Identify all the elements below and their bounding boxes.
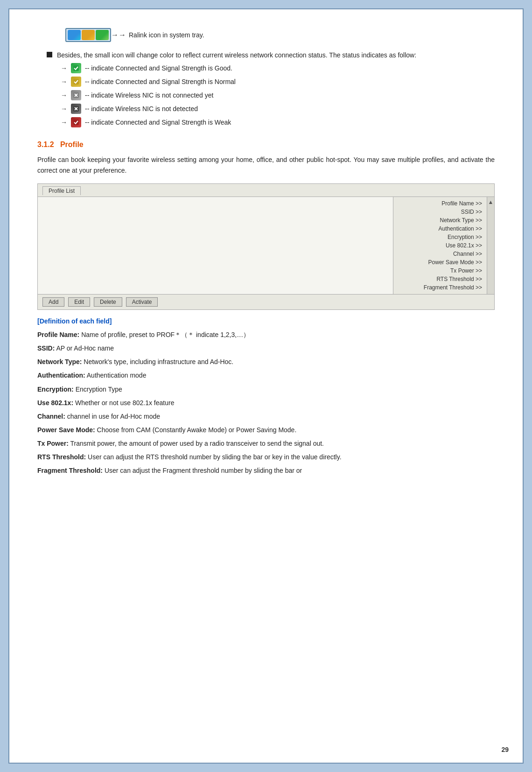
- tray-icon-area: →→ Ralink icon in system tray.: [37, 28, 495, 42]
- arrow-1: →: [61, 78, 67, 85]
- def-bold-3: Authentication:: [37, 372, 85, 379]
- def-text-9: User can adjust the RTS threshold number…: [86, 453, 341, 461]
- status-text-0: -- indicate Connected and Signal Strengt…: [85, 64, 232, 72]
- status-text-3: -- indicate Wireless NIC is not detected: [85, 105, 198, 112]
- profile-list-area: [38, 197, 393, 294]
- activate-button[interactable]: Activate: [126, 297, 158, 307]
- profile-buttons: Add Edit Delete Activate: [38, 294, 494, 309]
- def-encryption: Encryption: Encryption Type: [37, 384, 495, 395]
- field-network-type: Network Type >>: [398, 217, 482, 224]
- field-profile-name: Profile Name >>: [398, 200, 482, 207]
- def-text-3: Authentication mode: [85, 372, 147, 379]
- scroll-up-arrow: ▲: [488, 199, 494, 205]
- field-tx-power: Tx Power >>: [398, 267, 482, 274]
- field-encryption: Encryption >>: [398, 233, 482, 241]
- arrow-sub-item-3: → -- indicate Wireless NIC is not detect…: [61, 104, 495, 114]
- def-bold-8: Tx Power:: [37, 440, 69, 447]
- profile-content: Profile Name >> SSID >> Network Type >> …: [38, 197, 494, 294]
- def-rts-threshold: RTS Threshold: User can adjust the RTS t…: [37, 452, 495, 463]
- scroll-indicator[interactable]: ▲: [487, 197, 494, 294]
- section-title: Profile: [60, 140, 84, 148]
- bullet-section: Besides, the small icon will change colo…: [37, 50, 495, 127]
- arrow-sub-item-0: → -- indicate Connected and Signal Stren…: [61, 63, 495, 73]
- def-text-8: Transmit power, the amount of power used…: [69, 440, 324, 447]
- def-profile-name: Profile Name: Name of profile, preset to…: [37, 330, 495, 340]
- profile-list-label: Profile List: [42, 186, 81, 195]
- def-text-0: Name of profile, preset to PROF＊（＊ indic…: [79, 331, 250, 338]
- status-icon-not-detected: [71, 104, 81, 114]
- def-802-1x: Use 802.1x: Whether or not use 802.1x fe…: [37, 398, 495, 408]
- def-bold-5: Use 802.1x:: [37, 399, 73, 407]
- def-power-save: Power Save Mode: Choose from CAM (Consta…: [37, 425, 495, 435]
- field-rts-threshold: RTS Threshold >>: [398, 275, 482, 283]
- profile-intro: Profile can book keeping your favorite w…: [37, 154, 495, 176]
- status-icon-good: [71, 63, 81, 73]
- tray-label: Ralink icon in system tray.: [129, 31, 204, 39]
- arrow-2: →: [61, 91, 67, 99]
- arrow-sub-item-1: → -- indicate Connected and Signal Stren…: [61, 77, 495, 87]
- def-bold-9: RTS Threshold:: [37, 453, 86, 461]
- section-number: 3.1.2: [37, 140, 54, 148]
- bullet-square: [47, 52, 52, 57]
- field-power-save: Power Save Mode >>: [398, 259, 482, 266]
- field-fragment-threshold: Fragment Threshold >>: [398, 284, 482, 291]
- field-authentication: Authentication >>: [398, 225, 482, 232]
- status-text-1: -- indicate Connected and Signal Strengt…: [85, 78, 236, 85]
- status-text-2: -- indicate Wireless NIC is not connecte…: [85, 91, 213, 99]
- tray-icons: [65, 28, 111, 42]
- def-bold-7: Power Save Mode:: [37, 426, 95, 434]
- def-fragment-threshold: Fragment Threshold: User can adjust the …: [37, 465, 495, 476]
- delete-button[interactable]: Delete: [94, 297, 122, 307]
- arrow-4: →: [61, 119, 67, 126]
- def-authentication: Authentication: Authentication mode: [37, 370, 495, 381]
- def-bold-1: SSID:: [37, 344, 55, 352]
- svg-rect-8: [73, 119, 79, 125]
- profile-title-bar: Profile List: [38, 184, 494, 197]
- arrow-0: →: [61, 64, 67, 72]
- field-802-1x: Use 802.1x >>: [398, 242, 482, 249]
- def-bold-2: Network Type:: [37, 358, 82, 365]
- status-icon-not-connected: [71, 90, 81, 100]
- def-bold-4: Encryption:: [37, 386, 74, 393]
- def-text-1: AP or Ad-Hoc name: [55, 344, 114, 352]
- def-text-2: Network's type, including infrastructure…: [82, 358, 233, 365]
- field-channel: Channel >>: [398, 250, 482, 258]
- main-bullet: Besides, the small icon will change colo…: [47, 50, 495, 60]
- arrow-sub-item-2: → -- indicate Wireless NIC is not connec…: [61, 90, 495, 100]
- def-text-6: channel in use for Ad-Hoc mode: [65, 413, 160, 420]
- def-tx-power: Tx Power: Transmit power, the amount of …: [37, 438, 495, 449]
- arrow-sub-item-4: → -- indicate Connected and Signal Stren…: [61, 117, 495, 127]
- status-text-4: -- indicate Connected and Signal Strengt…: [85, 119, 231, 126]
- def-ssid: SSID: AP or Ad-Hoc name: [37, 343, 495, 354]
- def-channel: Channel: channel in use for Ad-Hoc mode: [37, 411, 495, 422]
- svg-rect-0: [73, 65, 79, 71]
- profile-fields-area: Profile Name >> SSID >> Network Type >> …: [393, 197, 487, 294]
- status-icon-weak: [71, 117, 81, 127]
- def-bold-6: Channel:: [37, 413, 65, 420]
- tray-icon-2: [82, 30, 95, 40]
- profile-ui-mockup: Profile List Profile Name >> SSID >> Net…: [37, 183, 495, 310]
- field-ssid: SSID >>: [398, 208, 482, 216]
- status-icon-normal: [71, 77, 81, 87]
- main-bullet-text: Besides, the small icon will change colo…: [57, 50, 416, 60]
- section-heading: 3.1.2 Profile: [37, 140, 495, 149]
- def-bold-0: Profile Name:: [37, 331, 79, 338]
- page-number: 29: [501, 746, 509, 753]
- add-button[interactable]: Add: [42, 297, 64, 307]
- tray-icon-1: [68, 30, 81, 40]
- arrow-sub-list: → -- indicate Connected and Signal Stren…: [47, 63, 495, 127]
- def-bold-10: Fragment Threshold:: [37, 467, 103, 474]
- svg-rect-1: [73, 79, 79, 84]
- def-text-10: User can adjust the Fragment threshold n…: [103, 467, 302, 474]
- def-network-type: Network Type: Network's type, including …: [37, 357, 495, 367]
- arrow-3: →: [61, 105, 67, 112]
- def-text-4: Encryption Type: [74, 386, 122, 393]
- tray-icon-3: [96, 30, 109, 40]
- definitions-list: Profile Name: Name of profile, preset to…: [37, 330, 495, 476]
- def-text-5: Whether or not use 802.1x feature: [73, 399, 174, 407]
- edit-button[interactable]: Edit: [68, 297, 90, 307]
- definition-heading: [Definition of each field]: [37, 317, 495, 325]
- def-text-7: Choose from CAM (Constantly Awake Mode) …: [95, 426, 297, 434]
- tray-arrows: →→: [111, 31, 126, 39]
